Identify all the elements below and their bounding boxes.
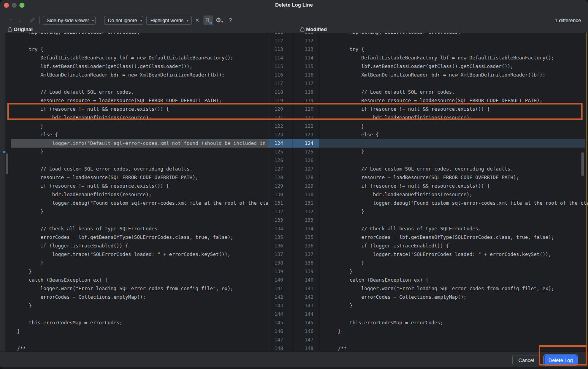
right-scrollbar-thumb[interactable]	[581, 152, 584, 176]
difference-count: 1 difference	[555, 17, 581, 23]
line-number-modified: 117	[299, 79, 313, 88]
gutter-row-124: 124124	[268, 139, 319, 148]
highlight-mode-dropdown[interactable]: Highlight words ▾	[146, 16, 192, 25]
line-number-modified: 120	[299, 105, 313, 113]
code-line-original-129: if (resource != null && resource.exists(…	[5, 182, 268, 190]
code-line-original-116: XmlBeanDefinitionReader bdr = new XmlBea…	[5, 71, 268, 79]
gutter-row-121: 121121	[268, 113, 319, 122]
code-line-original-124: logger.info("Default sql-error-codes.xml…	[5, 139, 268, 148]
code-line-modified-111: Map<String, SQLErrorCodes> errorCodes;	[319, 33, 588, 37]
code-line-original-142: errorCodes = Collections.emptyMap();	[5, 293, 268, 301]
gutter-row-111: 111111	[268, 33, 319, 37]
viewer-mode-dropdown[interactable]: Side-by-side viewer ▾	[43, 16, 96, 25]
code-line-original-137: logger.trace("SQLErrorCodes loaded: " + …	[5, 250, 268, 259]
code-line-original-115: lbf.setBeanClassLoader(getClass().getCla…	[5, 62, 268, 71]
line-number-original: 127	[269, 165, 283, 173]
line-number-modified: 114	[299, 54, 313, 62]
gutter-row-120: 120120	[268, 105, 319, 113]
gutter-row-145: 145145	[268, 319, 319, 327]
cancel-button[interactable]: Cancel	[512, 355, 540, 365]
delete-log-button[interactable]: Delete Log	[545, 355, 577, 365]
code-line-original-131: logger.debug("Found custom sql-error-cod…	[5, 199, 268, 207]
line-number-modified: 147	[299, 336, 313, 344]
code-line-modified-118: // Load default SQL error codes.	[319, 88, 588, 96]
line-number-modified: 122	[299, 122, 313, 131]
gutter-row-114: 114114	[268, 54, 319, 62]
whitespace-ignore-label: Do not ignore	[108, 18, 137, 23]
line-number-original: 129	[269, 182, 283, 190]
line-number-original: 142	[269, 293, 283, 301]
change-marker[interactable]	[3, 151, 5, 153]
code-line-original-144	[5, 310, 268, 319]
code-line-modified-131: logger.debug("Found custom sql-error-cod…	[319, 199, 588, 207]
code-line-modified-113: try {	[319, 45, 588, 54]
line-number-modified: 125	[299, 148, 313, 156]
line-number-modified: 116	[299, 71, 313, 79]
code-line-modified-147	[319, 336, 588, 344]
code-line-modified-122: }	[319, 122, 588, 131]
chevron-down-icon: ▾	[92, 18, 94, 23]
help-icon[interactable]: ?	[229, 17, 232, 23]
line-number-original: 116	[269, 71, 283, 79]
line-number-modified: 111	[299, 33, 313, 37]
code-line-original-141: logger.warn("Error loading SQL error cod…	[5, 284, 268, 293]
gutter-divider	[292, 33, 293, 352]
gutter-row-125: 125125	[268, 148, 319, 156]
line-number-modified: 144	[299, 310, 313, 319]
gutter-row-134: 134134	[268, 225, 319, 233]
gutter-row-117: 117117	[268, 79, 319, 88]
gutter-row-116: 116116	[268, 71, 319, 79]
synchronize-scrolling-toggle[interactable]: ⇅ ↻	[204, 16, 213, 25]
viewer-mode-label: Side-by-side viewer	[47, 18, 89, 23]
modified-code-pane[interactable]: Map<String, SQLErrorCodes> errorCodes; t…	[319, 33, 588, 352]
left-scrollbar-thumb[interactable]	[6, 153, 8, 174]
line-number-modified: 132	[299, 207, 313, 216]
code-line-original-140: catch (BeansException ex) {	[5, 276, 268, 284]
code-line-modified-123: else {	[319, 131, 588, 139]
line-number-modified: 131	[299, 199, 313, 207]
code-line-modified-129: if (resource != null && resource.exists(…	[319, 182, 588, 190]
code-line-original-114: DefaultListableBeanFactory lbf = new Def…	[5, 54, 268, 62]
original-code-pane[interactable]: Map<String, SQLErrorCodes> errorCodes; t…	[5, 33, 268, 352]
settings-gear-icon[interactable]: ⚙	[216, 16, 221, 24]
line-number-original: 139	[269, 267, 283, 276]
line-number-modified: 121	[299, 113, 313, 122]
original-pane-label: Original	[14, 26, 33, 32]
line-number-original: 138	[269, 259, 283, 267]
line-number-modified: 139	[299, 267, 313, 276]
code-line-original-119: Resource resource = loadResource(SQL_ERR…	[5, 96, 268, 105]
sync-scroll-cycle-icon: ↻	[209, 21, 212, 25]
previous-difference-icon[interactable]: ↑	[10, 17, 12, 23]
line-number-original: 113	[269, 45, 283, 54]
whitespace-ignore-dropdown[interactable]: Do not ignore ▾	[104, 16, 143, 25]
diff-dialog-window: Delete Log Line ↑ ↓ Side-by-side viewer …	[0, 0, 588, 369]
dialog-chrome: Delete Log Line ↑ ↓ Side-by-side viewer …	[0, 0, 588, 33]
edit-pencil-icon[interactable]	[29, 17, 35, 23]
code-line-modified-145: this.errorCodesMap = errorCodes;	[319, 319, 588, 327]
gutter-row-135: 135135	[268, 233, 319, 242]
code-line-modified-134: // Check all beans of type SQLErrorCodes…	[319, 225, 588, 233]
gutter-row-131: 131131	[268, 199, 319, 207]
lock-icon	[8, 27, 12, 32]
code-line-original-133	[5, 216, 268, 225]
line-number-original: 147	[269, 336, 283, 344]
code-line-original-118: // Load default SQL error codes.	[5, 88, 268, 96]
collapse-unchanged-icon[interactable]: ✕	[195, 17, 200, 23]
line-number-modified: 136	[299, 242, 313, 250]
line-number-original: 134	[269, 225, 283, 233]
line-number-original: 146	[269, 327, 283, 336]
line-number-original: 148	[269, 344, 283, 352]
code-line-modified-144	[319, 310, 588, 319]
line-number-original: 135	[269, 233, 283, 242]
gutter-row-130: 130130	[268, 190, 319, 199]
code-line-modified-148: /**	[319, 344, 588, 352]
next-difference-icon[interactable]: ↓	[19, 17, 21, 23]
diff-editor-area: Map<String, SQLErrorCodes> errorCodes; t…	[0, 33, 588, 352]
code-line-modified-120: if (resource != null && resource.exists(…	[319, 105, 588, 113]
highlight-mode-label: Highlight words	[150, 18, 183, 23]
line-number-original: 114	[269, 54, 283, 62]
line-number-original: 120	[269, 105, 283, 113]
code-line-original-135: errorCodes = lbf.getBeansOfType(SQLError…	[5, 233, 268, 242]
line-number-modified: 118	[299, 88, 313, 96]
gutter-row-142: 142142	[268, 293, 319, 301]
